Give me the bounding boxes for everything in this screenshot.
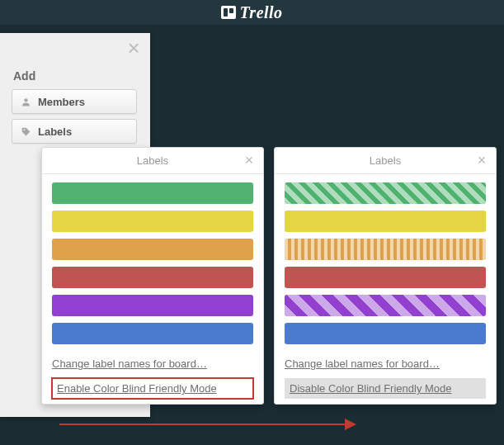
labels-button[interactable]: Labels xyxy=(12,119,137,144)
label-blue[interactable] xyxy=(52,323,253,344)
label-red[interactable] xyxy=(285,267,486,288)
close-icon[interactable]: × xyxy=(473,151,491,169)
popover-title: Labels × xyxy=(42,148,263,174)
label-yellow[interactable] xyxy=(52,211,253,232)
change-label-names-link[interactable]: Change label names for board… xyxy=(52,357,253,370)
members-button-label: Members xyxy=(38,96,85,108)
trello-logo-icon xyxy=(221,6,236,19)
app-name: Trello xyxy=(239,3,282,22)
change-label-names-link[interactable]: Change label names for board… xyxy=(285,357,486,370)
label-green[interactable] xyxy=(285,182,486,204)
label-red[interactable] xyxy=(52,267,253,288)
app-header: Trello xyxy=(0,0,504,25)
label-swatches xyxy=(42,174,263,353)
label-blue[interactable] xyxy=(285,323,486,344)
label-swatches xyxy=(275,174,496,353)
label-yellow[interactable] xyxy=(285,211,486,232)
label-green[interactable] xyxy=(52,182,253,204)
labels-popover-colorblind: Labels × Change label names for board… D… xyxy=(274,147,497,405)
label-orange[interactable] xyxy=(285,239,486,260)
enable-colorblind-link[interactable]: Enable Color Blind Friendly Mode xyxy=(52,378,253,399)
add-heading: Add xyxy=(13,69,139,83)
tag-icon xyxy=(21,126,31,137)
label-purple[interactable] xyxy=(52,295,253,316)
close-icon[interactable]: × xyxy=(240,151,258,169)
close-icon[interactable]: × xyxy=(122,38,145,61)
labels-button-label: Labels xyxy=(38,125,72,138)
label-purple[interactable] xyxy=(285,295,486,316)
svg-point-1 xyxy=(23,129,25,130)
members-button[interactable]: Members xyxy=(12,89,137,114)
labels-popover: Labels × Change label names for board… E… xyxy=(41,147,264,405)
app-logo: Trello xyxy=(221,0,282,25)
svg-point-0 xyxy=(24,98,27,102)
user-icon xyxy=(21,97,31,107)
label-orange[interactable] xyxy=(52,239,253,260)
popover-title: Labels × xyxy=(275,148,496,174)
disable-colorblind-link[interactable]: Disable Color Blind Friendly Mode xyxy=(285,378,486,399)
